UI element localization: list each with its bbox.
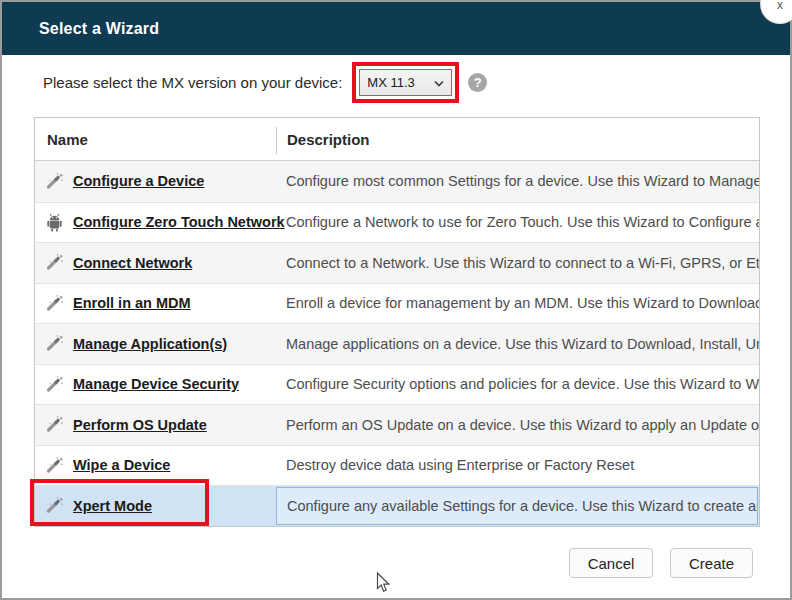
wand-icon [45,172,64,191]
wizard-description: Configure most common Settings for a dev… [276,161,759,202]
mouse-cursor-icon [376,572,392,598]
table-row[interactable]: Wipe a Device Destroy device data using … [35,445,759,486]
table-header-row: Name Description [35,118,759,161]
mx-version-select[interactable]: MX 11.3 [359,69,452,96]
wizard-name-link[interactable]: Manage Application(s) [73,336,227,352]
wizard-name-cell: Configure Zero Touch Network [35,213,276,232]
table-row[interactable]: Connect Network Connect to a Network. Us… [35,242,759,283]
table-row[interactable]: Configure a Device Configure most common… [35,161,759,202]
annotation-red-box-mx-version: MX 11.3 [352,62,459,103]
create-button[interactable]: Create [670,548,753,578]
wizard-description: Destroy device data using Enterprise or … [276,446,759,486]
wizard-description: Configure Security options and policies … [276,365,759,405]
dialog-header: Select a Wizard x [2,2,790,55]
close-button[interactable]: x [761,0,792,23]
wizard-description: Connect to a Network. Use this Wizard to… [276,243,759,283]
table-row[interactable]: Perform OS Update Perform an OS Update o… [35,404,759,445]
wizard-name-cell: Enroll in an MDM [35,294,276,313]
mx-version-controls: Please select the MX version on your dev… [43,59,790,106]
column-header-name: Name [35,131,276,148]
chevron-down-icon [434,75,444,90]
wizard-name-link[interactable]: Connect Network [73,255,192,271]
mx-version-value: MX 11.3 [367,75,414,90]
wizard-name-link[interactable]: Wipe a Device [73,457,170,473]
mx-version-label: Please select the MX version on your dev… [43,74,342,91]
wizard-name-link[interactable]: Xpert Mode [73,498,152,514]
wand-icon [45,456,64,475]
wizard-name-cell: Manage Device Security [35,375,276,394]
table-row[interactable]: Manage Application(s) Manage application… [35,323,759,364]
wand-icon [45,294,64,313]
wizard-table: Name Description Configure a Device Conf… [34,117,760,527]
table-row[interactable]: Manage Device Security Configure Securit… [35,364,759,405]
wizard-description: Configure a Network to use for Zero Touc… [276,203,759,243]
dialog-title: Select a Wizard [2,20,159,38]
select-wizard-dialog: Select a Wizard x Please select the MX v… [0,0,792,600]
wizard-name-cell: Manage Application(s) [35,334,276,353]
wizard-name-cell: Wipe a Device [35,456,276,475]
cancel-button[interactable]: Cancel [569,548,653,578]
wizard-name-link[interactable]: Configure Zero Touch Network [73,214,285,230]
wizard-name-link[interactable]: Configure a Device [73,173,204,189]
wizard-name-link[interactable]: Enroll in an MDM [73,295,191,311]
wizard-description: Enroll a device for management by an MDM… [276,284,759,324]
wand-icon [45,415,64,434]
wizard-description: Configure any available Settings for a d… [276,487,758,525]
wizard-description: Perform an OS Update on a device. Use th… [276,405,759,445]
wizard-name-cell: Perform OS Update [35,415,276,434]
android-icon [45,213,64,232]
wand-icon [45,334,64,353]
help-icon[interactable]: ? [468,73,487,92]
table-row[interactable]: Enroll in an MDM Enroll a device for man… [35,283,759,324]
wand-icon [45,253,64,272]
wizard-description: Manage applications on a device. Use thi… [276,324,759,364]
wizard-name-cell: Xpert Mode [35,496,276,515]
wizard-name-cell: Configure a Device [35,172,276,191]
table-row[interactable]: Configure Zero Touch Network Configure a… [35,202,759,243]
wizard-name-cell: Connect Network [35,253,276,272]
column-header-description: Description [276,131,759,148]
wand-icon [45,496,64,515]
table-body: Configure a Device Configure most common… [35,161,759,526]
wizard-name-link[interactable]: Manage Device Security [73,376,239,392]
table-row[interactable]: Xpert Mode Configure any available Setti… [35,485,759,526]
wand-icon [45,375,64,394]
wizard-name-link[interactable]: Perform OS Update [73,417,207,433]
close-icon: x [777,0,783,12]
